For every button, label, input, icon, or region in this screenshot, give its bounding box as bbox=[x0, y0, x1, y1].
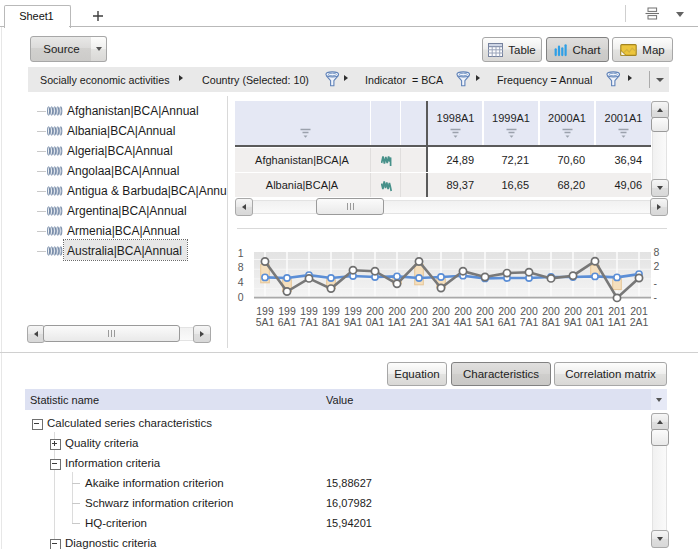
svg-text:6A1: 6A1 bbox=[278, 316, 297, 328]
svg-text:-: - bbox=[654, 277, 658, 289]
svg-text:1A1: 1A1 bbox=[608, 316, 627, 328]
svg-text:2A1: 2A1 bbox=[630, 316, 649, 328]
svg-text:4: 4 bbox=[238, 276, 244, 288]
svg-text:5A1: 5A1 bbox=[256, 316, 275, 328]
svg-text:7A1: 7A1 bbox=[520, 316, 539, 328]
svg-text:4A1: 4A1 bbox=[454, 316, 473, 328]
svg-text:2A1: 2A1 bbox=[410, 316, 429, 328]
svg-text:1: 1 bbox=[238, 247, 244, 259]
svg-text:8: 8 bbox=[654, 246, 660, 258]
svg-text:0A1: 0A1 bbox=[586, 316, 605, 328]
svg-text:5A1: 5A1 bbox=[476, 316, 495, 328]
svg-text:9A1: 9A1 bbox=[344, 316, 363, 328]
svg-text:2: 2 bbox=[654, 260, 660, 272]
svg-text:3A1: 3A1 bbox=[432, 316, 451, 328]
svg-text:6A1: 6A1 bbox=[498, 316, 517, 328]
svg-text:8: 8 bbox=[238, 261, 244, 273]
svg-text:1A1: 1A1 bbox=[388, 316, 407, 328]
svg-text:7A1: 7A1 bbox=[300, 316, 319, 328]
svg-text:0: 0 bbox=[238, 291, 244, 303]
svg-text:8A1: 8A1 bbox=[542, 316, 561, 328]
svg-text:-: - bbox=[654, 291, 658, 303]
svg-text:8A1: 8A1 bbox=[322, 316, 341, 328]
svg-text:0A1: 0A1 bbox=[366, 316, 385, 328]
svg-text:9A1: 9A1 bbox=[564, 316, 583, 328]
